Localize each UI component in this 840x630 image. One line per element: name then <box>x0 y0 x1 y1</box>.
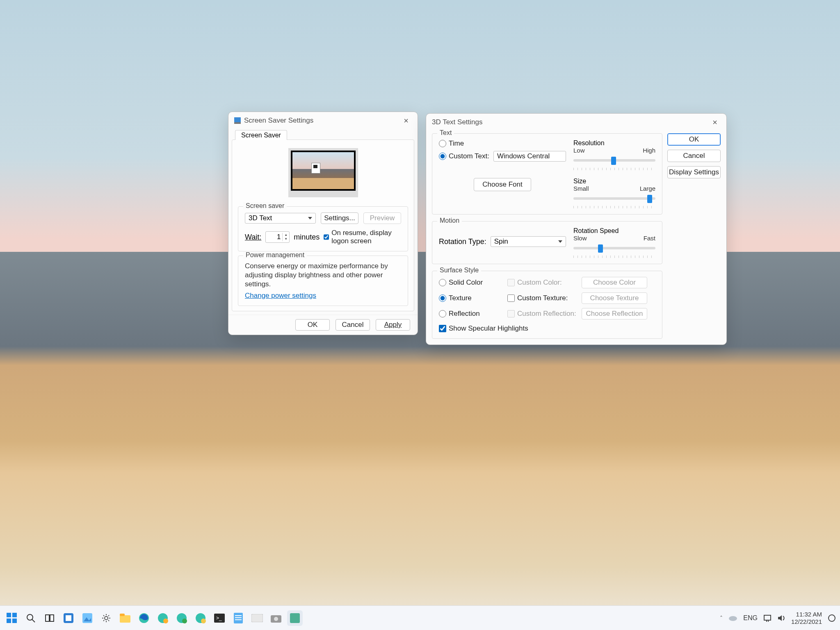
network-icon[interactable] <box>763 614 772 622</box>
speed-fast-label: Fast <box>644 235 655 242</box>
screensaver-window: Screen Saver Settings × Screen Saver Scr… <box>228 112 418 335</box>
edge-canary-icon[interactable] <box>193 610 208 626</box>
chevron-down-icon <box>308 217 312 219</box>
change-power-settings-link[interactable]: Change power settings <box>245 292 316 299</box>
time-radio[interactable]: Time <box>439 139 566 148</box>
cancel-button[interactable]: Cancel <box>667 150 721 162</box>
svg-point-19 <box>163 619 168 623</box>
explorer-icon[interactable] <box>117 610 133 626</box>
svg-point-32 <box>274 617 278 621</box>
keyboard-icon[interactable] <box>249 610 265 626</box>
screensaver-select[interactable]: 3D Text <box>245 213 316 224</box>
widgets-icon[interactable] <box>61 610 76 626</box>
svg-point-14 <box>105 616 108 620</box>
app-icon <box>234 117 241 124</box>
settings-button[interactable]: Settings... <box>321 212 358 224</box>
resume-logon-label: On resume, display logon screen <box>331 229 401 245</box>
solid-color-radio[interactable]: Solid Color <box>439 278 507 287</box>
svg-point-39 <box>829 615 835 621</box>
svg-rect-30 <box>251 614 263 622</box>
custom-text-radio[interactable]: Custom Text: Windows Central <box>439 151 566 162</box>
choose-texture-button: Choose Texture <box>582 292 647 304</box>
svg-line-7 <box>32 619 35 622</box>
wait-unit: minutes <box>294 233 320 242</box>
terminal-icon[interactable]: >_ <box>212 610 227 626</box>
svg-rect-29 <box>235 619 242 620</box>
clock-time: 11:32 AM <box>791 611 822 618</box>
rotation-speed-slider[interactable] <box>573 242 655 255</box>
camera-icon[interactable] <box>268 610 284 626</box>
resolution-slider[interactable] <box>573 154 655 167</box>
ok-button[interactable]: OK <box>667 133 721 146</box>
power-management-text: Conserve energy or maximize performance … <box>245 262 401 289</box>
size-slider[interactable] <box>573 192 655 205</box>
custom-text-input[interactable]: Windows Central <box>493 151 566 162</box>
pinned-app-icon[interactable] <box>287 610 303 626</box>
chevron-down-icon <box>558 240 562 243</box>
resume-logon-checkbox[interactable]: On resume, display logon screen <box>324 229 401 245</box>
choose-reflection-button: Choose Reflection <box>582 308 647 320</box>
spin-down-icon[interactable]: ▼ <box>283 237 289 241</box>
svg-rect-1 <box>234 122 241 124</box>
edge-dev-icon[interactable] <box>174 610 189 626</box>
clock-date: 12/22/2021 <box>791 618 822 625</box>
svg-rect-9 <box>50 615 54 621</box>
custom-reflection-checkbox: Custom Reflection: <box>507 310 582 318</box>
settings-icon[interactable] <box>98 610 114 626</box>
ok-button[interactable]: OK <box>295 319 330 331</box>
language-indicator[interactable]: ENG <box>743 614 758 622</box>
svg-marker-38 <box>778 615 782 621</box>
onedrive-icon[interactable] <box>728 615 737 621</box>
specular-checkbox[interactable]: Show Specular Highlights <box>439 324 655 333</box>
size-large-label: Large <box>640 185 655 192</box>
notepad-icon[interactable] <box>231 610 246 626</box>
rotation-type-select[interactable]: Spin <box>491 236 566 247</box>
titlebar[interactable]: Screen Saver Settings × <box>228 112 418 129</box>
custom-color-checkbox: Custom Color: <box>507 278 582 287</box>
svg-rect-15 <box>120 615 130 623</box>
edge-icon[interactable] <box>136 610 152 626</box>
texture-label: Texture <box>449 294 472 302</box>
reflection-radio[interactable]: Reflection <box>439 310 507 318</box>
edge-beta-icon[interactable] <box>155 610 171 626</box>
apply-button[interactable]: Apply <box>376 319 410 331</box>
clock[interactable]: 11:32 AM 12/22/2021 <box>791 611 822 625</box>
monitor-preview <box>288 148 358 197</box>
choose-font-button[interactable]: Choose Font <box>474 178 531 191</box>
custom-texture-checkbox[interactable]: Custom Texture: <box>507 294 582 302</box>
wait-label: Wait: <box>245 233 261 242</box>
custom-text-label: Custom Text: <box>449 152 489 160</box>
rotation-speed-label: Rotation Speed <box>573 227 655 235</box>
close-icon[interactable]: × <box>709 117 721 128</box>
rotation-type-label: Rotation Type: <box>439 237 486 246</box>
window-title: Screen Saver Settings <box>244 116 313 125</box>
size-label: Size <box>573 178 655 185</box>
preview-button[interactable]: Preview <box>363 212 401 224</box>
texture-radio[interactable]: Texture <box>439 294 507 302</box>
task-view-icon[interactable] <box>42 610 57 626</box>
tab-screensaver[interactable]: Screen Saver <box>235 130 287 140</box>
spin-up-icon[interactable]: ▲ <box>283 233 289 237</box>
svg-text:>_: >_ <box>216 615 222 621</box>
wait-spinner[interactable]: ▲▼ <box>265 231 290 243</box>
start-icon[interactable] <box>4 610 20 626</box>
search-icon[interactable] <box>23 610 39 626</box>
titlebar[interactable]: 3D Text Settings × <box>426 114 726 131</box>
svg-rect-8 <box>46 615 49 621</box>
svg-point-23 <box>201 619 206 623</box>
solid-color-label: Solid Color <box>449 278 483 287</box>
svg-rect-35 <box>764 615 771 620</box>
photos-icon[interactable] <box>80 610 95 626</box>
svg-rect-4 <box>7 619 11 623</box>
reflection-label: Reflection <box>449 310 480 318</box>
taskbar: >_ ˄ ENG 11:32 AM 12/22/2021 <box>0 605 840 630</box>
wait-value[interactable] <box>266 233 282 241</box>
svg-rect-12 <box>82 613 92 623</box>
volume-icon[interactable] <box>777 614 785 622</box>
notifications-icon[interactable] <box>828 614 836 622</box>
close-icon[interactable]: × <box>400 115 412 126</box>
cancel-button[interactable]: Cancel <box>336 319 370 331</box>
display-settings-button[interactable]: Display Settings <box>667 166 721 178</box>
tray-chevron-icon[interactable]: ˄ <box>720 615 723 621</box>
svg-point-21 <box>182 619 187 623</box>
